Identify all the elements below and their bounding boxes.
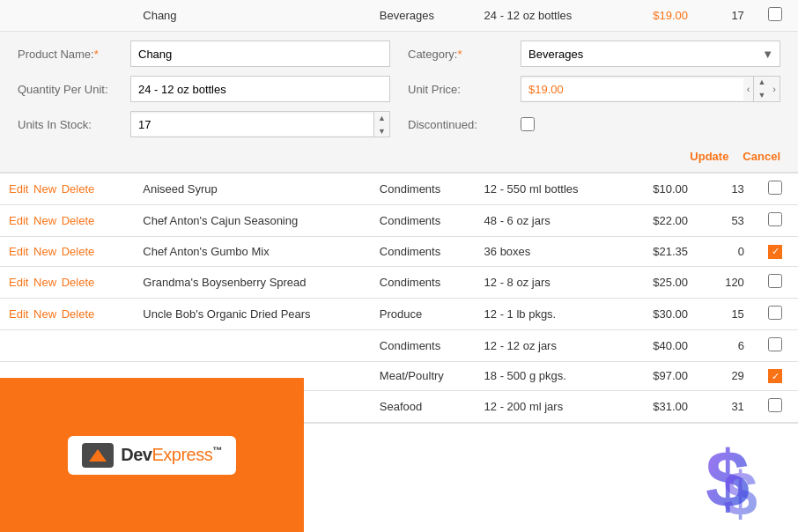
- category-cell: Condiments: [371, 329, 476, 361]
- qty-arrow-group: ▲ ▼: [373, 111, 389, 137]
- stock-cell: 53: [697, 205, 753, 237]
- price-cell: $22.00: [618, 205, 697, 237]
- row-actions: Edit New Delete: [0, 266, 134, 298]
- category-label: Category:*: [408, 48, 514, 61]
- category-cell: Produce: [371, 298, 476, 329]
- table-row: Edit New Delete Chef Anton's Gumbo Mix C…: [0, 237, 798, 267]
- discontinued-checkbox[interactable]: [768, 7, 782, 21]
- new-link[interactable]: New: [33, 276, 56, 289]
- discontinued-edit-checkbox[interactable]: [521, 117, 535, 131]
- edit-link[interactable]: Edit: [9, 214, 28, 227]
- row-actions: [0, 329, 134, 361]
- price-up-btn[interactable]: ▲: [754, 76, 769, 89]
- new-link[interactable]: New: [33, 182, 56, 196]
- qty-cell: 48 - 6 oz jars: [476, 205, 618, 237]
- qty-cell: 12 - 200 ml jars: [476, 391, 618, 423]
- new-link[interactable]: New: [33, 214, 56, 227]
- devexpress-overlay: DevExpress™: [0, 378, 304, 532]
- table-row: Edit New Delete Grandma's Boysenberry Sp…: [0, 266, 798, 298]
- category-select-wrapper: Beverages Condiments Produce Meat/Poultr…: [521, 41, 780, 67]
- logo-dev-text: Dev: [121, 445, 151, 464]
- discontinued-label: Discontinued:: [408, 118, 514, 131]
- disc-cell: [753, 329, 798, 361]
- category-cell: Meat/Poultry: [371, 361, 476, 391]
- stock-cell: 6: [697, 329, 753, 361]
- discontinued-checked-icon[interactable]: ✓: [768, 245, 782, 259]
- category-cell: Condiments: [371, 266, 476, 298]
- units-in-stock-label: Units In Stock:: [18, 118, 123, 131]
- new-link[interactable]: New: [33, 245, 56, 258]
- delete-link[interactable]: Delete: [62, 214, 95, 227]
- discontinued-checkbox[interactable]: [768, 212, 782, 226]
- price-cell: $97.00: [618, 361, 697, 391]
- disc-cell: [753, 174, 798, 205]
- delete-link[interactable]: Delete: [62, 182, 95, 196]
- price-down-btn[interactable]: ▼: [754, 89, 769, 102]
- edit-form-row: Product Name:* Category:* Beverages: [0, 32, 798, 174]
- stock-cell: 13: [697, 174, 753, 205]
- price-left-btn[interactable]: ‹: [743, 83, 754, 96]
- watermark-svg: $ $: [701, 423, 798, 520]
- product-name-cell: Uncle Bob's Organic Dried Pears: [134, 298, 371, 329]
- devexpress-logo-text: DevExpress™: [121, 445, 221, 465]
- product-name-input[interactable]: [130, 41, 390, 67]
- disc-cell: [753, 298, 798, 329]
- edit-link[interactable]: Edit: [9, 245, 28, 258]
- qty-cell: 36 boxes: [476, 237, 618, 267]
- category-cell: Condiments: [371, 237, 476, 267]
- edit-link[interactable]: Edit: [9, 307, 28, 321]
- discontinued-checkbox[interactable]: [768, 181, 782, 195]
- main-container: Chang Beverages 24 - 12 oz bottles $19.0…: [0, 0, 798, 532]
- delete-link[interactable]: Delete: [62, 245, 95, 258]
- update-button[interactable]: Update: [690, 150, 728, 163]
- stock-down-btn[interactable]: ▼: [374, 124, 389, 137]
- disc-cell: ✓: [753, 361, 798, 391]
- price-cell: $31.00: [618, 391, 697, 423]
- price-arrow-group: ‹ ▲ ▼ ›: [743, 76, 780, 102]
- disc-cell: [753, 0, 798, 32]
- delete-link[interactable]: Delete: [62, 307, 95, 321]
- stock-cell: 0: [697, 237, 753, 267]
- discontinued-checkbox[interactable]: [768, 337, 782, 351]
- disc-cell: [753, 266, 798, 298]
- qty-per-unit-input[interactable]: [130, 76, 390, 102]
- product-name-cell: Grandma's Boysenberry Spread: [134, 266, 371, 298]
- discontinued-checkbox[interactable]: [768, 306, 782, 320]
- unit-price-input[interactable]: [521, 78, 743, 100]
- unit-price-input-wrapper: ‹ ▲ ▼ ›: [521, 76, 780, 102]
- new-link[interactable]: New: [33, 307, 56, 321]
- watermark-icon: $ $: [701, 423, 798, 532]
- disc-cell: [753, 391, 798, 423]
- stock-up-btn[interactable]: ▲: [374, 111, 389, 124]
- discontinued-group: Discontinued:: [408, 111, 780, 137]
- qty-cell: 12 - 12 oz jars: [476, 329, 618, 361]
- edit-link[interactable]: Edit: [9, 182, 28, 196]
- logo-svg: [85, 446, 110, 465]
- product-name-group: Product Name:*: [18, 41, 390, 67]
- products-table: Chang Beverages 24 - 12 oz bottles $19.0…: [0, 0, 798, 423]
- stock-cell: 29: [697, 361, 753, 391]
- category-select[interactable]: Beverages Condiments Produce Meat/Poultr…: [521, 41, 780, 67]
- qty-cell: 18 - 500 g pkgs.: [476, 361, 618, 391]
- edit-link[interactable]: Edit: [9, 276, 28, 289]
- product-name-cell: [134, 329, 371, 361]
- price-right-btn[interactable]: ›: [769, 83, 780, 96]
- delete-link[interactable]: Delete: [62, 276, 95, 289]
- unit-price-group: Unit Price: ‹ ▲ ▼ ›: [408, 76, 780, 102]
- price-cell: $19.00: [618, 0, 697, 32]
- product-name-cell: Chang: [134, 0, 371, 32]
- row-actions: Edit New Delete: [0, 237, 134, 267]
- category-cell: Beverages: [371, 0, 476, 32]
- qty-cell: 12 - 8 oz jars: [476, 266, 618, 298]
- edit-form: Product Name:* Category:* Beverages: [0, 32, 798, 173]
- logo-express-text: Express: [151, 445, 212, 464]
- discontinued-checkbox[interactable]: [768, 398, 782, 412]
- row-actions: Edit New Delete: [0, 205, 134, 237]
- devexpress-logo-icon: [82, 443, 114, 468]
- units-in-stock-input[interactable]: [131, 114, 373, 136]
- price-cell: $21.35: [618, 237, 697, 267]
- discontinued-checkbox[interactable]: [768, 274, 782, 288]
- discontinued-checked-icon[interactable]: ✓: [768, 369, 782, 383]
- cancel-button[interactable]: Cancel: [743, 150, 780, 163]
- product-name-cell: Chef Anton's Gumbo Mix: [134, 237, 371, 267]
